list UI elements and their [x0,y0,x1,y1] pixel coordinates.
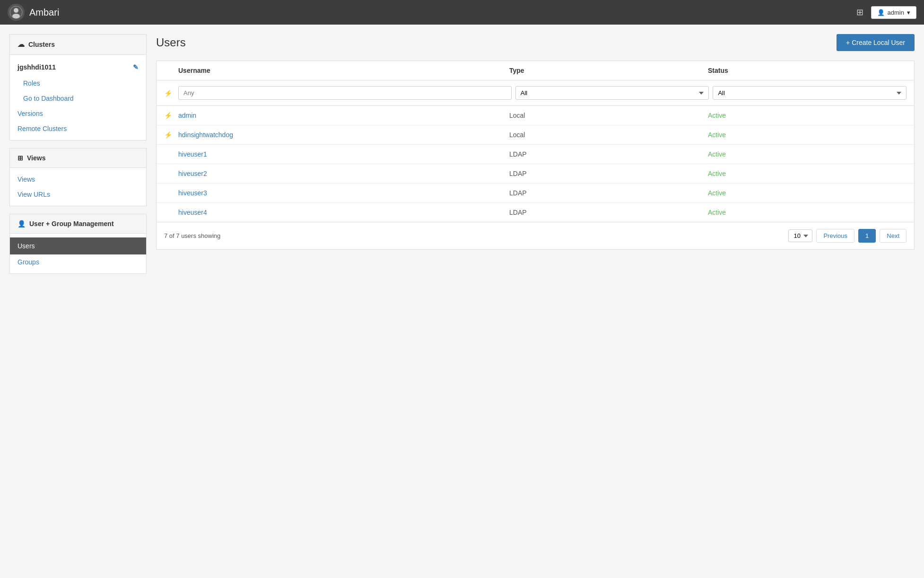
table-row: ⚡adminLocalActive [157,106,914,125]
users-table: Username Type Status ⚡ All Local LDAP [156,61,915,250]
cluster-name: jgshhdi1011 [17,63,56,71]
type-cell: LDAP [509,189,708,197]
sidebar-link-remote-clusters[interactable]: Remote Clusters [10,121,146,136]
type-cell: Local [509,131,708,139]
dropdown-arrow: ▾ [907,9,910,16]
status-cell: Active [708,170,907,177]
username-link[interactable]: admin [178,112,509,119]
ambari-logo [8,4,25,21]
page-title: Users [156,36,186,49]
edit-icon[interactable]: ✎ [133,63,139,71]
sidebar-link-view-urls[interactable]: View URLs [10,187,146,202]
clusters-label: Clusters [28,41,55,48]
user-mgmt-icon: 👤 [17,220,26,228]
showing-text: 7 of 7 users showing [164,232,220,239]
user-mgmt-section: 👤 User + Group Management Users Groups [9,214,147,274]
status-cell: Active [708,131,907,139]
filter-flash-icon: ⚡ [164,89,178,97]
username-filter-input[interactable] [178,86,512,100]
user-mgmt-body: Users Groups [10,234,146,273]
previous-button[interactable]: Previous [816,229,854,243]
cloud-icon: ☁ [17,40,25,49]
type-cell: LDAP [509,150,708,158]
table-row: hiveuser3LDAPActive [157,184,914,203]
table-row: hiveuser2LDAPActive [157,164,914,184]
cluster-item: jgshhdi1011 ✎ [10,59,146,76]
svg-point-2 [12,14,20,18]
views-body: Views View URLs [10,168,146,206]
brand: Ambari [8,4,59,21]
sidebar-link-groups[interactable]: Groups [10,254,146,270]
create-local-user-button[interactable]: + Create Local User [837,34,915,51]
username-link[interactable]: hiveuser4 [178,209,509,216]
views-grid-icon: ⊞ [17,154,23,162]
page-1-button[interactable]: 1 [858,229,876,243]
content-header: Users + Create Local User [156,34,915,51]
status-col-header: Status [708,67,907,74]
per-page-select[interactable]: 10 25 50 [788,229,812,242]
main-content: Users + Create Local User Username Type … [156,34,915,569]
username-col-header: Username [178,67,509,74]
filter-row: ⚡ All Local LDAP All Active Inactive [157,80,914,106]
sidebar: ☁ Clusters jgshhdi1011 ✎ Roles Go to Das… [9,34,147,569]
status-filter-select[interactable]: All Active Inactive [713,86,907,100]
clusters-body: jgshhdi1011 ✎ Roles Go to Dashboard Vers… [10,55,146,140]
main-layout: ☁ Clusters jgshhdi1011 ✎ Roles Go to Das… [0,25,924,578]
table-body: ⚡adminLocalActive⚡hdinsightwatchdogLocal… [157,106,914,222]
type-cell: LDAP [509,170,708,177]
username-link[interactable]: hdinsightwatchdog [178,131,509,139]
row-flash-icon: ⚡ [164,112,178,119]
sidebar-link-versions[interactable]: Versions [10,106,146,121]
clusters-section: ☁ Clusters jgshhdi1011 ✎ Roles Go to Das… [9,34,147,140]
navbar: Ambari ⊞ 👤 admin ▾ [0,0,924,25]
pagination-controls: 10 25 50 Previous 1 Next [788,229,907,243]
row-flash-icon: ⚡ [164,131,178,139]
clusters-header: ☁ Clusters [10,35,146,55]
sidebar-item-users[interactable]: Users [10,237,146,254]
admin-label: admin [888,9,904,16]
status-cell: Active [708,189,907,197]
user-icon: 👤 [877,9,885,16]
navbar-right: ⊞ 👤 admin ▾ [856,6,916,19]
type-cell: Local [509,112,708,119]
sidebar-link-views[interactable]: Views [10,172,146,187]
table-row: hiveuser4LDAPActive [157,203,914,222]
username-link[interactable]: hiveuser3 [178,189,509,197]
grid-icon[interactable]: ⊞ [856,7,863,18]
username-link[interactable]: hiveuser2 [178,170,509,177]
status-cell: Active [708,209,907,216]
username-link[interactable]: hiveuser1 [178,150,509,158]
type-filter-select[interactable]: All Local LDAP [515,86,709,100]
sidebar-link-dashboard[interactable]: Go to Dashboard [10,91,146,106]
column-headers: Username Type Status [157,61,914,80]
table-row: hiveuser1LDAPActive [157,145,914,164]
type-col-header: Type [509,67,708,74]
pagination-bar: 7 of 7 users showing 10 25 50 Previous 1… [157,222,914,249]
user-mgmt-label: User + Group Management [29,220,114,228]
sidebar-link-roles[interactable]: Roles [10,76,146,91]
admin-button[interactable]: 👤 admin ▾ [871,6,916,19]
views-header: ⊞ Views [10,149,146,168]
type-cell: LDAP [509,209,708,216]
user-mgmt-header: 👤 User + Group Management [10,214,146,234]
views-section: ⊞ Views Views View URLs [9,148,147,206]
status-cell: Active [708,150,907,158]
svg-point-1 [14,8,18,13]
views-label: Views [27,154,45,162]
next-button[interactable]: Next [880,229,907,243]
status-cell: Active [708,112,907,119]
table-row: ⚡hdinsightwatchdogLocalActive [157,125,914,145]
brand-title: Ambari [29,7,59,18]
